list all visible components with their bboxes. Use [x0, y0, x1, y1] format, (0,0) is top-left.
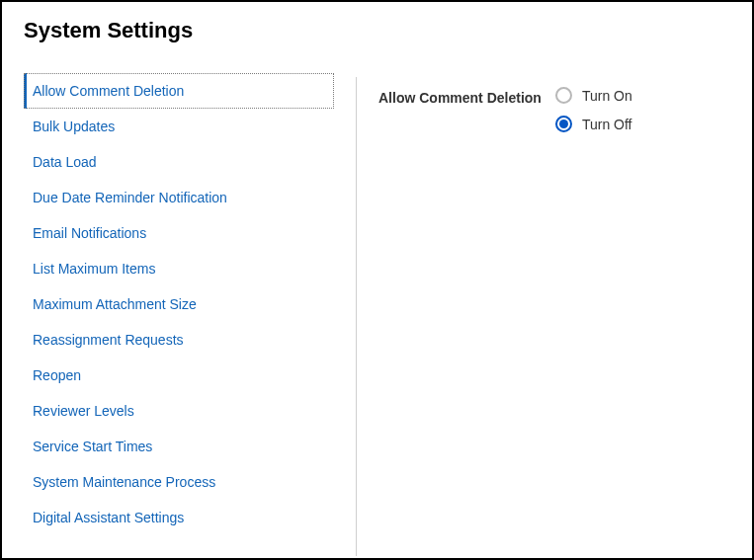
sidebar-item-label: Reassignment Requests	[33, 332, 184, 348]
sidebar-item-label: Reviewer Levels	[33, 403, 134, 419]
radio-option-turn-off[interactable]: Turn Off	[555, 116, 632, 132]
radio-group: Turn On Turn Off	[555, 87, 632, 132]
sidebar-item-label: Due Date Reminder Notification	[33, 190, 227, 205]
sidebar-item-system-maintenance-process[interactable]: System Maintenance Process	[24, 464, 334, 500]
content-area: Allow Comment Deletion Bulk Updates Data…	[2, 73, 752, 560]
setting-row: Allow Comment Deletion Turn On Turn Off	[378, 87, 752, 132]
sidebar-item-label: Data Load	[33, 154, 97, 170]
radio-icon	[555, 116, 572, 132]
sidebar-item-label: Service Start Times	[33, 439, 152, 454]
radio-icon	[555, 87, 572, 104]
sidebar-item-label: Maximum Attachment Size	[33, 296, 197, 312]
sidebar-item-data-load[interactable]: Data Load	[24, 144, 334, 180]
radio-label: Turn On	[582, 88, 632, 104]
sidebar-item-label: Bulk Updates	[33, 119, 115, 134]
vertical-divider	[356, 77, 357, 556]
radio-label: Turn Off	[582, 117, 632, 132]
sidebar-item-reviewer-levels[interactable]: Reviewer Levels	[24, 393, 334, 429]
sidebar-item-label: Email Notifications	[33, 225, 146, 241]
sidebar-item-due-date-reminder-notification[interactable]: Due Date Reminder Notification	[24, 180, 334, 215]
sidebar-item-bulk-updates[interactable]: Bulk Updates	[24, 109, 334, 144]
sidebar-item-label: List Maximum Items	[33, 261, 155, 277]
page-title: System Settings	[2, 2, 752, 43]
sidebar-item-label: Digital Assistant Settings	[33, 510, 184, 525]
settings-sidebar: Allow Comment Deletion Bulk Updates Data…	[2, 73, 354, 560]
setting-label: Allow Comment Deletion	[378, 87, 542, 106]
sidebar-item-maximum-attachment-size[interactable]: Maximum Attachment Size	[24, 286, 334, 322]
sidebar-item-list-maximum-items[interactable]: List Maximum Items	[24, 251, 334, 286]
sidebar-item-digital-assistant-settings[interactable]: Digital Assistant Settings	[24, 500, 334, 535]
sidebar-item-label: System Maintenance Process	[33, 474, 215, 490]
sidebar-item-label: Reopen	[33, 367, 81, 383]
sidebar-item-service-start-times[interactable]: Service Start Times	[24, 429, 334, 464]
setting-detail-panel: Allow Comment Deletion Turn On Turn Off	[354, 73, 752, 560]
radio-dot-icon	[559, 120, 568, 128]
sidebar-item-email-notifications[interactable]: Email Notifications	[24, 215, 334, 251]
sidebar-item-reopen[interactable]: Reopen	[24, 358, 334, 393]
sidebar-item-reassignment-requests[interactable]: Reassignment Requests	[24, 322, 334, 358]
sidebar-item-allow-comment-deletion[interactable]: Allow Comment Deletion	[24, 73, 334, 109]
sidebar-item-label: Allow Comment Deletion	[33, 83, 184, 99]
radio-option-turn-on[interactable]: Turn On	[555, 87, 632, 104]
settings-window: System Settings Allow Comment Deletion B…	[0, 0, 754, 560]
